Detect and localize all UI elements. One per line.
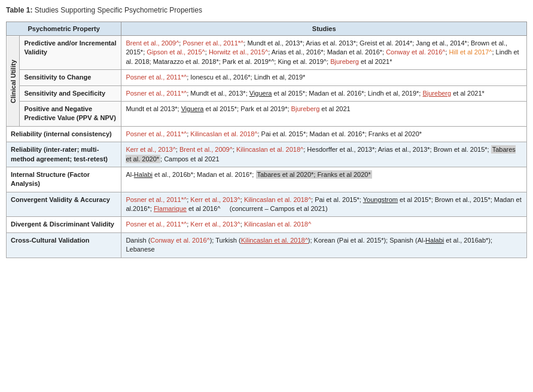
table-row: Clinical Utility Predictive and/or Incre…: [7, 36, 527, 70]
table-row: Convergent Validity & Accuracy Posner et…: [7, 192, 527, 217]
table-row: Cross-Cultural Validation Danish (Conway…: [7, 232, 527, 258]
property-cell: Convergent Validity & Accuracy: [7, 192, 121, 217]
property-cell: Cross-Cultural Validation: [7, 232, 121, 258]
studies-cell: Posner et al., 2011*^; Kerr et al., 2013…: [121, 192, 527, 217]
property-cell: Divergent & Discriminant Validity: [7, 217, 121, 232]
header-property: Psychometric Property: [7, 22, 121, 36]
category-clinical-utility: Clinical Utility: [7, 36, 20, 127]
studies-cell: Posner et al., 2011*^; Ionescu et al., 2…: [121, 70, 527, 85]
studies-cell: Brent et al., 2009^; Posner et al., 2011…: [121, 36, 527, 70]
property-cell: Predictive and/or Incremental Validity: [20, 36, 121, 70]
property-cell: Reliability (inter-rater; multi-method a…: [7, 142, 121, 167]
table-row: Positive and Negative Predictive Value (…: [7, 101, 527, 126]
table-number: Table 1:: [6, 6, 32, 14]
table-caption: Studies Supporting Specific Psychometric…: [35, 6, 202, 14]
studies-cell: Danish (Conway et al. 2016^); Turkish (K…: [121, 232, 527, 258]
table-title: Table 1: Studies Supporting Specific Psy…: [6, 6, 527, 14]
studies-cell: Posner et al., 2011*^; Mundt et al., 201…: [121, 85, 527, 101]
header-row: Psychometric Property Studies: [7, 22, 527, 36]
property-cell: Positive and Negative Predictive Value (…: [20, 101, 121, 126]
property-cell: Sensitivity to Change: [20, 70, 121, 85]
table-row: Internal Structure (Factor Analysis) Al-…: [7, 167, 527, 192]
property-cell: Sensitivity and Specificity: [20, 85, 121, 101]
table-row: Reliability (internal consistency) Posne…: [7, 126, 527, 142]
studies-cell: Posner et al., 2011*^; Kilincaslan et al…: [121, 126, 527, 142]
studies-cell: Mundt et al 2013*; Viguera et al 2015*; …: [121, 101, 527, 126]
table-row: Sensitivity to Change Posner et al., 201…: [7, 70, 527, 85]
table-row: Sensitivity and Specificity Posner et al…: [7, 85, 527, 101]
property-cell: Internal Structure (Factor Analysis): [7, 167, 121, 192]
studies-cell: Al-Halabi et al., 2016b*; Madan et al. 2…: [121, 167, 527, 192]
table-row: Reliability (inter-rater; multi-method a…: [7, 142, 527, 167]
main-table: Psychometric Property Studies Clinical U…: [6, 22, 527, 258]
studies-cell: Posner et al., 2011*^; Kerr et al., 2013…: [121, 217, 527, 232]
header-studies: Studies: [121, 22, 527, 36]
table-row: Divergent & Discriminant Validity Posner…: [7, 217, 527, 232]
studies-cell: Kerr et al., 2013^; Brent et al., 2009^;…: [121, 142, 527, 167]
property-cell: Reliability (internal consistency): [7, 126, 121, 142]
